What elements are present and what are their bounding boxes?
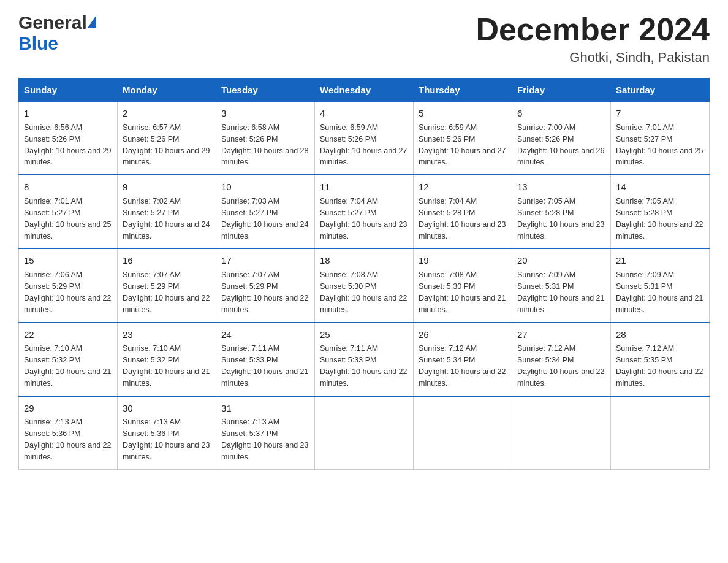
day-info: Sunrise: 7:03 AMSunset: 5:27 PMDaylight:…: [221, 197, 308, 240]
day-number: 20: [517, 254, 605, 267]
calendar-cell: 17Sunrise: 7:07 AMSunset: 5:29 PMDayligh…: [216, 248, 315, 322]
day-number: 19: [419, 254, 507, 267]
calendar-cell: 30Sunrise: 7:13 AMSunset: 5:36 PMDayligh…: [118, 396, 216, 470]
day-info: Sunrise: 7:10 AMSunset: 5:32 PMDaylight:…: [123, 344, 210, 388]
calendar-cell: 6Sunrise: 7:00 AMSunset: 5:26 PMDaylight…: [512, 102, 611, 175]
day-info: Sunrise: 7:07 AMSunset: 5:29 PMDaylight:…: [221, 270, 308, 314]
logo: General Blue: [18, 12, 96, 54]
calendar-cell: [611, 396, 710, 470]
day-info: Sunrise: 6:59 AMSunset: 5:26 PMDaylight:…: [419, 123, 506, 167]
day-number: 13: [517, 180, 605, 194]
day-info: Sunrise: 6:57 AMSunset: 5:26 PMDaylight:…: [123, 123, 210, 167]
calendar-cell: [414, 396, 512, 470]
day-info: Sunrise: 7:10 AMSunset: 5:32 PMDaylight:…: [24, 344, 111, 388]
day-number: 12: [419, 180, 507, 194]
day-number: 1: [24, 107, 112, 120]
calendar-table: SundayMondayTuesdayWednesdayThursdayFrid…: [18, 78, 710, 470]
day-number: 8: [24, 180, 112, 194]
location-label: Ghotki, Sindh, Pakistan: [476, 50, 710, 66]
calendar-cell: 25Sunrise: 7:11 AMSunset: 5:33 PMDayligh…: [315, 323, 414, 396]
week-row-5: 29Sunrise: 7:13 AMSunset: 5:36 PMDayligh…: [19, 396, 710, 470]
day-number: 3: [221, 107, 309, 120]
day-info: Sunrise: 7:01 AMSunset: 5:27 PMDaylight:…: [616, 123, 703, 167]
day-number: 6: [517, 107, 605, 120]
day-number: 24: [221, 328, 309, 342]
day-number: 29: [24, 402, 112, 415]
day-info: Sunrise: 7:09 AMSunset: 5:31 PMDaylight:…: [616, 270, 703, 314]
header-sunday: Sunday: [19, 79, 118, 102]
day-number: 18: [320, 254, 408, 267]
calendar-cell: 31Sunrise: 7:13 AMSunset: 5:37 PMDayligh…: [216, 396, 315, 470]
month-title: December 2024: [476, 12, 710, 47]
day-number: 17: [221, 254, 309, 267]
day-info: Sunrise: 7:12 AMSunset: 5:34 PMDaylight:…: [517, 344, 604, 388]
calendar-cell: 21Sunrise: 7:09 AMSunset: 5:31 PMDayligh…: [611, 248, 710, 322]
calendar-cell: 28Sunrise: 7:12 AMSunset: 5:35 PMDayligh…: [611, 323, 710, 396]
day-info: Sunrise: 6:58 AMSunset: 5:26 PMDaylight:…: [221, 123, 308, 167]
logo-blue-text: Blue: [18, 33, 58, 54]
day-number: 31: [221, 402, 309, 415]
calendar-cell: 10Sunrise: 7:03 AMSunset: 5:27 PMDayligh…: [216, 175, 315, 248]
day-info: Sunrise: 7:02 AMSunset: 5:27 PMDaylight:…: [123, 197, 210, 240]
day-number: 11: [320, 180, 408, 194]
calendar-cell: 8Sunrise: 7:01 AMSunset: 5:27 PMDaylight…: [19, 175, 118, 248]
day-info: Sunrise: 6:59 AMSunset: 5:26 PMDaylight:…: [320, 123, 407, 167]
day-number: 10: [221, 180, 309, 194]
calendar-cell: 2Sunrise: 6:57 AMSunset: 5:26 PMDaylight…: [118, 102, 216, 175]
day-info: Sunrise: 7:09 AMSunset: 5:31 PMDaylight:…: [517, 270, 604, 314]
calendar-cell: 16Sunrise: 7:07 AMSunset: 5:29 PMDayligh…: [118, 248, 216, 322]
day-number: 28: [616, 328, 704, 342]
day-info: Sunrise: 7:07 AMSunset: 5:29 PMDaylight:…: [123, 270, 210, 314]
calendar-header-row: SundayMondayTuesdayWednesdayThursdayFrid…: [19, 79, 710, 102]
calendar-cell: 11Sunrise: 7:04 AMSunset: 5:27 PMDayligh…: [315, 175, 414, 248]
calendar-cell: [512, 396, 611, 470]
day-info: Sunrise: 7:13 AMSunset: 5:36 PMDaylight:…: [123, 418, 210, 461]
day-info: Sunrise: 7:00 AMSunset: 5:26 PMDaylight:…: [517, 123, 604, 167]
header-saturday: Saturday: [611, 79, 710, 102]
calendar-cell: [315, 396, 414, 470]
day-number: 7: [616, 107, 704, 120]
week-row-2: 8Sunrise: 7:01 AMSunset: 5:27 PMDaylight…: [19, 175, 710, 248]
day-number: 15: [24, 254, 112, 267]
header-wednesday: Wednesday: [315, 79, 414, 102]
calendar-cell: 14Sunrise: 7:05 AMSunset: 5:28 PMDayligh…: [611, 175, 710, 248]
calendar-cell: 3Sunrise: 6:58 AMSunset: 5:26 PMDaylight…: [216, 102, 315, 175]
day-number: 30: [123, 402, 211, 415]
calendar-cell: 15Sunrise: 7:06 AMSunset: 5:29 PMDayligh…: [19, 248, 118, 322]
page-header: General Blue December 2024 Ghotki, Sindh…: [18, 12, 710, 66]
day-info: Sunrise: 7:11 AMSunset: 5:33 PMDaylight:…: [221, 344, 308, 388]
day-number: 26: [419, 328, 507, 342]
day-number: 27: [517, 328, 605, 342]
day-info: Sunrise: 7:06 AMSunset: 5:29 PMDaylight:…: [24, 270, 111, 314]
header-monday: Monday: [118, 79, 216, 102]
calendar-cell: 1Sunrise: 6:56 AMSunset: 5:26 PMDaylight…: [19, 102, 118, 175]
day-number: 9: [123, 180, 211, 194]
calendar-cell: 27Sunrise: 7:12 AMSunset: 5:34 PMDayligh…: [512, 323, 611, 396]
day-info: Sunrise: 7:04 AMSunset: 5:28 PMDaylight:…: [419, 197, 506, 240]
day-number: 2: [123, 107, 211, 120]
day-info: Sunrise: 7:01 AMSunset: 5:27 PMDaylight:…: [24, 197, 111, 240]
day-number: 25: [320, 328, 408, 342]
day-number: 14: [616, 180, 704, 194]
title-section: December 2024 Ghotki, Sindh, Pakistan: [476, 12, 710, 66]
calendar-cell: 12Sunrise: 7:04 AMSunset: 5:28 PMDayligh…: [414, 175, 512, 248]
header-friday: Friday: [512, 79, 611, 102]
calendar-cell: 23Sunrise: 7:10 AMSunset: 5:32 PMDayligh…: [118, 323, 216, 396]
calendar-cell: 9Sunrise: 7:02 AMSunset: 5:27 PMDaylight…: [118, 175, 216, 248]
day-info: Sunrise: 7:12 AMSunset: 5:34 PMDaylight:…: [419, 344, 506, 388]
day-number: 4: [320, 107, 408, 120]
day-info: Sunrise: 7:13 AMSunset: 5:36 PMDaylight:…: [24, 418, 111, 461]
day-info: Sunrise: 7:04 AMSunset: 5:27 PMDaylight:…: [320, 197, 407, 240]
calendar-cell: 7Sunrise: 7:01 AMSunset: 5:27 PMDaylight…: [611, 102, 710, 175]
calendar-cell: 20Sunrise: 7:09 AMSunset: 5:31 PMDayligh…: [512, 248, 611, 322]
header-tuesday: Tuesday: [216, 79, 315, 102]
day-info: Sunrise: 7:13 AMSunset: 5:37 PMDaylight:…: [221, 418, 308, 461]
day-number: 23: [123, 328, 211, 342]
day-number: 21: [616, 254, 704, 267]
logo-arrow-icon: [88, 15, 96, 28]
day-info: Sunrise: 7:11 AMSunset: 5:33 PMDaylight:…: [320, 344, 407, 388]
calendar-cell: 22Sunrise: 7:10 AMSunset: 5:32 PMDayligh…: [19, 323, 118, 396]
day-info: Sunrise: 7:08 AMSunset: 5:30 PMDaylight:…: [320, 270, 407, 314]
calendar-cell: 13Sunrise: 7:05 AMSunset: 5:28 PMDayligh…: [512, 175, 611, 248]
calendar-cell: 19Sunrise: 7:08 AMSunset: 5:30 PMDayligh…: [414, 248, 512, 322]
